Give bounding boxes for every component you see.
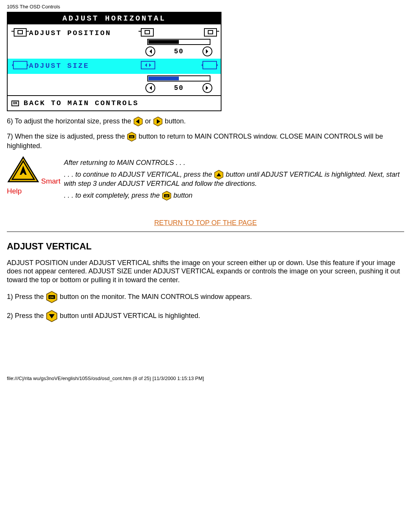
position-label: ADJUST POSITION <box>29 28 141 37</box>
size-row-icon <box>11 61 29 69</box>
smarthelp-line2: . . . to continue to ADJUST VERTICAL, pr… <box>64 170 404 188</box>
position-gauge <box>147 39 210 45</box>
av-step-2: 2) Press the button until ADJUST VERTICA… <box>7 310 404 322</box>
step7-pre: 7) When the size is adjusted, press the <box>7 133 127 140</box>
footer-path: file:///C|/rita wu/gs3noVE/english/105S/… <box>7 375 404 381</box>
position-decrement-icon <box>145 46 155 56</box>
av-step-1: 1) Press the button on the monitor. The … <box>7 291 404 303</box>
position-value: 50 <box>174 48 184 55</box>
step6-pre: 6) To adjust the horizontal size, press … <box>7 117 133 125</box>
smart-help-block: Smart Help After returning to MAIN CONTR… <box>7 156 404 204</box>
size-value: 50 <box>174 84 184 92</box>
step6-mid: or <box>145 117 153 125</box>
ok-button-icon <box>46 291 58 303</box>
ok-button-icon <box>127 132 137 142</box>
size-shrink-icon <box>141 61 155 69</box>
size-gauge <box>147 75 210 81</box>
size-expand-icon <box>202 61 217 69</box>
page-header: 105S The OSD Controls <box>7 4 404 10</box>
step-6: 6) To adjust the horizontal size, press … <box>7 117 404 126</box>
size-label: ADJUST SIZE <box>29 61 141 70</box>
up-arrow-button-icon <box>214 170 224 180</box>
adjust-vertical-heading: ADJUST VERTICAL <box>7 241 404 252</box>
smart-label: Smart <box>41 177 61 185</box>
step6-post: button. <box>165 117 186 125</box>
help-label: Help <box>7 187 64 195</box>
position-right-icon <box>204 28 217 37</box>
warning-icon <box>7 156 40 184</box>
size-increment-icon <box>202 83 212 93</box>
size-decrement-icon <box>145 83 155 93</box>
osd-row-size: ADJUST SIZE 50 <box>8 59 221 95</box>
osd-row-position: ADJUST POSITION 50 <box>8 24 221 59</box>
position-left-icon <box>141 28 154 37</box>
smarthelp-line3: . . . to exit completely, press the butt… <box>64 191 404 201</box>
step-7: 7) When the size is adjusted, press the … <box>7 132 404 150</box>
ok-button-icon <box>162 191 172 201</box>
osd-title: ADJUST HORIZONTAL <box>8 13 221 24</box>
section-divider <box>7 232 404 232</box>
return-to-top-link[interactable]: RETURN TO TOP OF THE PAGE <box>7 219 404 227</box>
right-arrow-button-icon <box>153 117 163 126</box>
adjust-vertical-desc: ADJUST POSITION under ADJUST VERTICAL sh… <box>7 259 404 284</box>
down-arrow-button-icon <box>46 310 58 322</box>
position-row-icon <box>11 28 29 37</box>
left-arrow-button-icon <box>133 117 143 126</box>
position-increment-icon <box>202 46 212 56</box>
osd-footer-label: BACK TO MAIN CONTROLS <box>24 99 139 107</box>
osd-footer: 0K BACK TO MAIN CONTROLS <box>8 96 221 110</box>
ok-box-icon: 0K <box>11 101 19 106</box>
osd-panel: ADJUST HORIZONTAL ADJUST POSITION 50 <box>7 12 221 111</box>
smarthelp-line1: After returning to MAIN CONTROLS . . . <box>64 159 404 167</box>
